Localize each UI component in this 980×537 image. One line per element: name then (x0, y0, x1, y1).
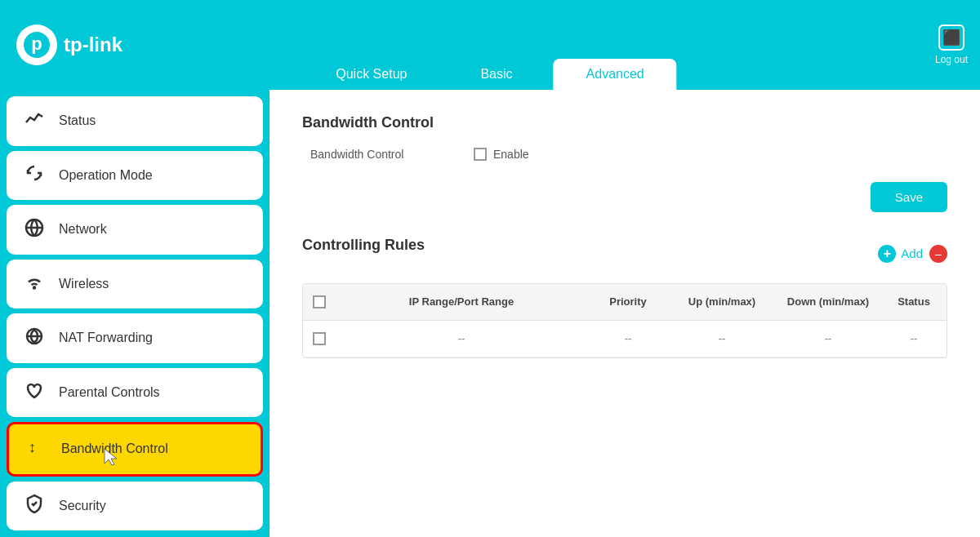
row-checkbox[interactable] (313, 332, 326, 345)
controlling-rules-table: IP Range/Port Range Priority Up (min/max… (302, 283, 947, 358)
add-button[interactable]: + Add (878, 245, 923, 263)
sidebar-item-bandwidth-control[interactable]: ↕ Bandwidth Control (7, 422, 263, 477)
sidebar-label-status: Status (59, 113, 96, 128)
bandwidth-section-title: Bandwidth Control (302, 114, 947, 131)
controlling-rules-header: Controlling Rules + Add – (302, 237, 947, 270)
logout-icon: ⬛ (938, 24, 964, 51)
svg-text:↕: ↕ (29, 439, 36, 455)
col-down: Down (min/max) (775, 292, 881, 312)
header: p tp-link Quick Setup Basic Advanced ⬛ L… (0, 0, 980, 90)
row-priority: -- (587, 329, 669, 348)
sidebar-item-parental-controls[interactable]: Parental Controls (7, 368, 263, 418)
sidebar: Status Operation Mode (0, 90, 270, 537)
add-circle-icon: + (878, 245, 896, 263)
col-checkbox (303, 292, 336, 312)
sidebar-item-wireless[interactable]: Wireless (7, 260, 263, 309)
save-button[interactable]: Save (871, 182, 947, 212)
sidebar-label-network: Network (59, 222, 107, 237)
col-up: Up (min/max) (669, 292, 775, 312)
app-container: p tp-link Quick Setup Basic Advanced ⬛ L… (0, 0, 980, 537)
header-checkbox[interactable] (313, 295, 326, 308)
logo-icon: p (16, 24, 57, 65)
tab-advanced[interactable]: Advanced (554, 59, 677, 90)
network-icon (23, 218, 46, 242)
col-status: Status (881, 292, 947, 312)
sidebar-item-nat-forwarding[interactable]: NAT Forwarding (7, 313, 263, 363)
sidebar-item-status[interactable]: Status (7, 96, 263, 146)
sidebar-label-wireless: Wireless (59, 277, 109, 291)
content-area: Bandwidth Control Bandwidth Control Enab… (270, 90, 980, 537)
controlling-rules-title: Controlling Rules (302, 237, 425, 254)
enable-text: Enable (493, 148, 529, 161)
bandwidth-icon: ↕ (25, 437, 48, 461)
add-label: Add (901, 246, 923, 260)
sidebar-item-network[interactable]: Network (7, 205, 263, 255)
row-checkbox-cell (303, 329, 336, 348)
table-header-row: IP Range/Port Range Priority Up (min/max… (303, 284, 947, 321)
logo-text: tp-link (64, 33, 122, 56)
sidebar-label-operation-mode: Operation Mode (59, 168, 153, 183)
wireless-icon (23, 272, 46, 295)
main-layout: Status Operation Mode (0, 90, 980, 537)
enable-checkbox[interactable] (474, 148, 487, 161)
col-priority: Priority (587, 292, 669, 312)
nav-tabs: Quick Setup Basic Advanced (303, 59, 676, 90)
logout-label: Log out (935, 54, 968, 65)
row-status: -- (881, 329, 947, 348)
row-ip-range: -- (336, 329, 587, 348)
row-down: -- (775, 329, 881, 348)
sidebar-label-parental-controls: Parental Controls (59, 385, 160, 400)
operation-mode-icon (23, 163, 46, 187)
table-row: -- -- -- -- -- (303, 321, 947, 357)
sidebar-label-bandwidth-control: Bandwidth Control (61, 442, 168, 456)
svg-point-4 (33, 287, 35, 289)
status-icon (23, 109, 46, 133)
tab-basic[interactable]: Basic (448, 59, 545, 90)
sidebar-item-operation-mode[interactable]: Operation Mode (7, 151, 263, 201)
enable-checkbox-wrap: Enable (474, 148, 529, 161)
logout-button[interactable]: ⬛ Log out (935, 24, 968, 65)
sidebar-item-security[interactable]: Security (7, 482, 263, 531)
delete-button[interactable]: – (929, 245, 947, 263)
bandwidth-control-row: Bandwidth Control Enable (302, 148, 947, 161)
nat-icon (23, 326, 46, 350)
row-up: -- (669, 329, 775, 348)
logo: p tp-link (16, 24, 122, 65)
sidebar-label-security: Security (59, 499, 106, 513)
col-ip-range: IP Range/Port Range (336, 292, 587, 312)
svg-text:p: p (31, 33, 42, 54)
security-icon (23, 494, 46, 517)
sidebar-label-nat-forwarding: NAT Forwarding (59, 331, 153, 345)
bandwidth-control-label: Bandwidth Control (310, 148, 474, 161)
tab-quick-setup[interactable]: Quick Setup (303, 59, 439, 90)
parental-icon (23, 380, 46, 404)
